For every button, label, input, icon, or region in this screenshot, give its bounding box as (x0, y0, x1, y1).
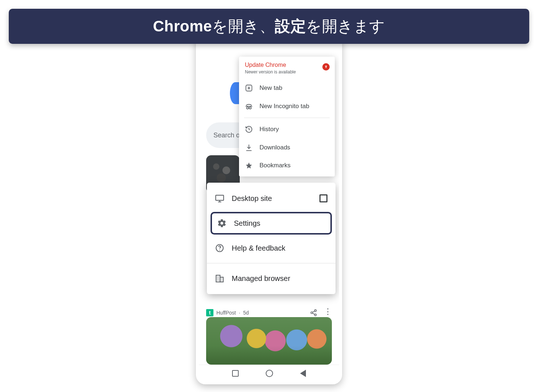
popup-item-help[interactable]: Help & feedback (207, 236, 336, 260)
desktop-site-checkbox[interactable] (319, 194, 327, 202)
update-chrome-subtitle: Newer version is available (245, 69, 329, 75)
help-icon (215, 243, 224, 253)
phone-screen: Search or News t HuffPost · 5d ⋮ Update … (199, 37, 339, 381)
feed-article-image[interactable] (206, 317, 332, 365)
menu-item-downloads[interactable]: Downloads (239, 138, 335, 157)
menu-item-incognito-label: New Incognito tab (259, 103, 309, 110)
feed-source-sep: · (239, 310, 240, 316)
update-chrome-title: Update Chrome (245, 62, 329, 68)
svg-rect-6 (216, 195, 224, 200)
popup-item-managed-label: Managed browser (232, 274, 290, 283)
popup-item-desktop-site-label: Desktop site (232, 194, 272, 203)
svg-point-0 (315, 310, 317, 312)
menu-item-new-tab[interactable]: New tab (239, 79, 335, 97)
feed-source-badge: t (206, 309, 213, 316)
menu-item-incognito[interactable]: New Incognito tab (239, 97, 335, 115)
history-icon (245, 125, 253, 133)
downloads-icon (245, 144, 253, 152)
popup-item-managed[interactable]: Managed browser (207, 266, 336, 290)
menu-item-history[interactable]: History (239, 120, 335, 138)
instruction-tail: を開きます (306, 18, 385, 35)
instruction-text: Chromeを開き、設定を開きます (153, 16, 385, 37)
desktop-icon (215, 194, 224, 203)
nav-back-icon[interactable] (300, 370, 306, 377)
nav-home-icon[interactable] (266, 370, 273, 377)
update-arrow-icon (322, 63, 330, 71)
instruction-strong-2: 設定 (275, 18, 306, 35)
svg-point-2 (315, 314, 317, 316)
menu-item-new-tab-label: New tab (259, 84, 282, 92)
instruction-strong-1: Chrome (153, 18, 212, 35)
nav-recent-icon[interactable] (232, 370, 239, 377)
feed-more-icon[interactable]: ⋮ (324, 307, 332, 316)
svg-point-8 (219, 250, 220, 250)
phone-frame: Search or News t HuffPost · 5d ⋮ Update … (196, 34, 342, 384)
building-icon (215, 274, 224, 283)
menu-item-history-label: History (259, 126, 279, 133)
menu-item-bookmarks-label: Bookmarks (259, 162, 291, 169)
share-icon[interactable] (310, 309, 317, 316)
instruction-banner: Chromeを開き、設定を開きます (9, 9, 529, 44)
menu-divider (244, 118, 330, 118)
chrome-options-popup: Desktop site Settings Help & feedback (207, 183, 336, 294)
new-tab-icon (245, 84, 253, 92)
bookmarks-icon (245, 162, 253, 169)
feed-source-name: HuffPost (216, 310, 236, 316)
android-navbar (199, 365, 339, 381)
feed-source-age: 5d (243, 310, 249, 316)
popup-item-settings[interactable]: Settings (211, 212, 332, 235)
menu-item-downloads-label: Downloads (259, 144, 290, 151)
svg-point-4 (247, 107, 249, 109)
popup-item-help-label: Help & feedback (232, 244, 285, 252)
chrome-overflow-menu: Update Chrome Newer version is available… (239, 57, 335, 176)
instruction-mid: を開き、 (212, 18, 275, 35)
svg-rect-9 (216, 275, 220, 282)
svg-point-5 (249, 107, 251, 109)
popup-divider (207, 263, 336, 263)
search-placeholder: Search or (213, 132, 242, 139)
popup-item-desktop-site[interactable]: Desktop site (207, 186, 336, 210)
popup-item-settings-label: Settings (234, 219, 260, 228)
gear-icon (217, 218, 227, 228)
incognito-icon (245, 102, 253, 110)
svg-point-1 (311, 312, 313, 314)
feed-source-row: t HuffPost · 5d (206, 309, 249, 316)
update-chrome-row[interactable]: Update Chrome Newer version is available (239, 62, 335, 79)
menu-item-bookmarks[interactable]: Bookmarks (239, 157, 335, 174)
